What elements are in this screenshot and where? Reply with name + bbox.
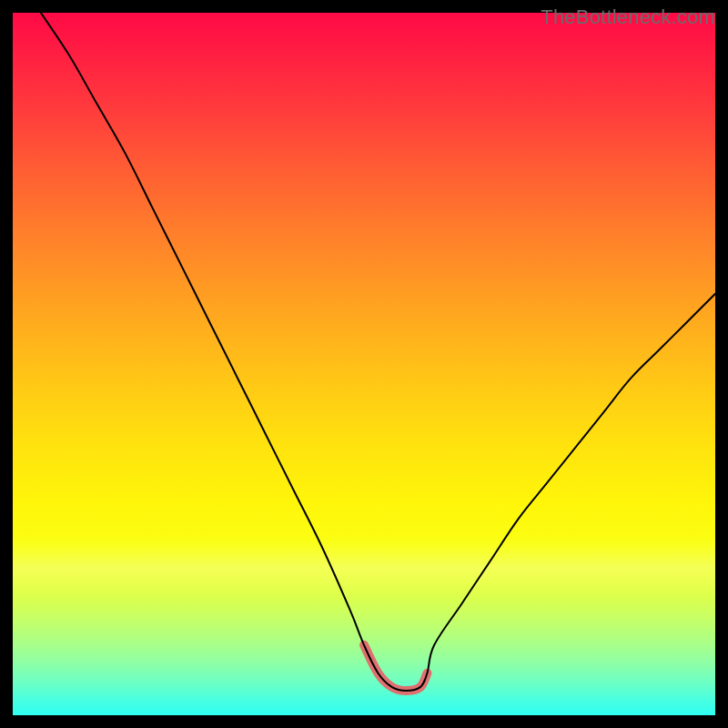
- flat-bottom-highlight: [364, 645, 427, 691]
- chart-stage: TheBottleneck.com: [0, 0, 728, 728]
- curve-layer: [13, 13, 715, 715]
- bottleneck-curve: [41, 13, 715, 691]
- watermark-text: TheBottleneck.com: [541, 5, 715, 29]
- plot-area: [13, 13, 715, 715]
